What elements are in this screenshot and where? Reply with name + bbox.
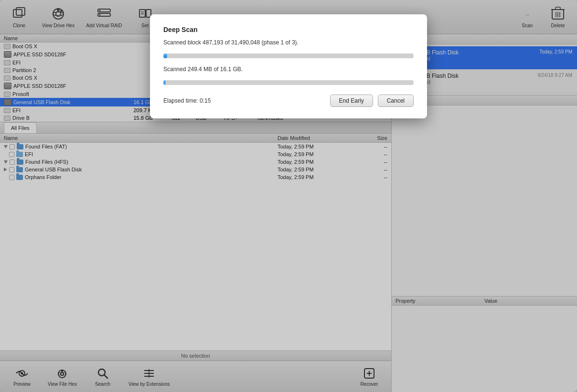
size-progress-bar — [163, 80, 414, 85]
elapsed-time: Elapsed time: 0:15 — [163, 97, 211, 104]
end-early-button[interactable]: End Early — [330, 95, 373, 107]
cancel-button[interactable]: Cancel — [378, 95, 414, 107]
block-progress-fill — [163, 53, 167, 58]
deep-scan-modal: Deep Scan Scanned block 487,193 of 31,49… — [150, 14, 427, 118]
modal-footer: Elapsed time: 0:15 End Early Cancel — [163, 95, 414, 107]
modal-overlay: Deep Scan Scanned block 487,193 of 31,49… — [0, 0, 577, 392]
scan-size-text: Scanned 249.4 MB of 16.1 GB. — [163, 66, 414, 73]
modal-title: Deep Scan — [163, 26, 414, 33]
scan-block-text: Scanned block 487,193 of 31,490,048 (pha… — [163, 39, 414, 46]
size-progress-fill — [163, 80, 166, 85]
block-progress-bar — [163, 53, 414, 58]
modal-buttons: End Early Cancel — [330, 95, 414, 107]
